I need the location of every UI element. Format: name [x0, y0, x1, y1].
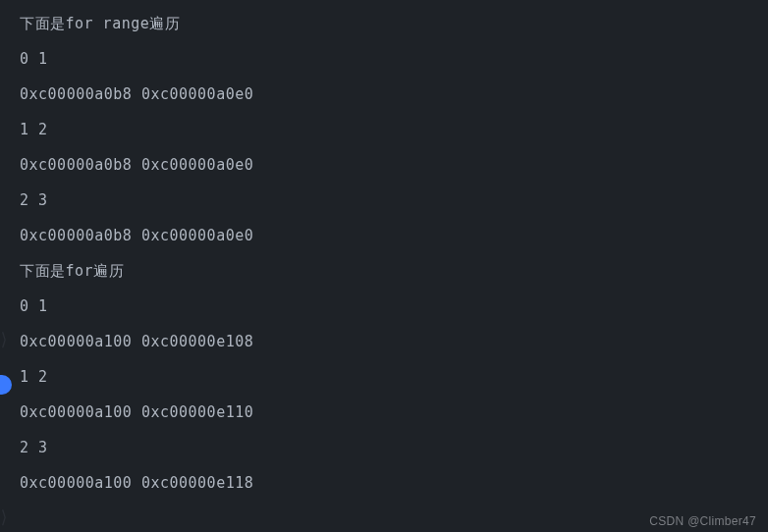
output-line: 0xc00000a0b8 0xc00000a0e0	[20, 147, 768, 183]
output-line: 0 1	[20, 289, 768, 324]
gutter-chevron-icon: ⟩	[0, 506, 11, 527]
output-line: 0xc00000a0b8 0xc00000a0e0	[20, 77, 768, 112]
gutter-active-marker	[0, 375, 12, 395]
terminal-output: 下面是for range遍历 0 1 0xc00000a0b8 0xc00000…	[0, 0, 768, 501]
output-line: 0xc00000a0b8 0xc00000a0e0	[20, 218, 768, 253]
watermark-text: CSDN @Climber47	[649, 514, 756, 528]
output-line: 下面是for遍历	[20, 253, 768, 289]
output-line: 2 3	[20, 430, 768, 465]
output-line: 0xc00000a100 0xc00000e118	[20, 465, 768, 501]
output-line: 0xc00000a100 0xc00000e108	[20, 324, 768, 359]
gutter: ⟩ ⟩	[0, 0, 12, 532]
output-line: 2 3	[20, 183, 768, 218]
output-line: 1 2	[20, 359, 768, 395]
gutter-chevron-icon: ⟩	[0, 329, 11, 349]
output-line: 0 1	[20, 41, 768, 77]
output-line: 1 2	[20, 112, 768, 147]
output-line: 下面是for range遍历	[20, 6, 768, 41]
output-line: 0xc00000a100 0xc00000e110	[20, 395, 768, 430]
